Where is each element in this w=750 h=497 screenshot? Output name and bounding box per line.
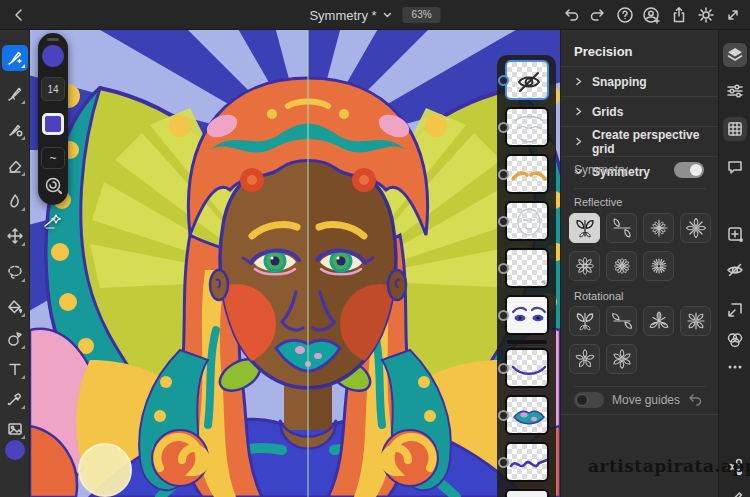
reflective-label: Reflective — [574, 196, 622, 208]
layer-select-badge[interactable] — [498, 122, 509, 133]
reflective-vertical-butterfly-button[interactable] — [569, 213, 600, 243]
layer-properties-button[interactable] — [723, 79, 747, 103]
reflective-mandala-8-button[interactable] — [569, 251, 600, 281]
top-bar: Symmetry * 63% — [0, 0, 750, 30]
canvas-artwork — [30, 30, 560, 497]
comments-button[interactable] — [723, 155, 747, 179]
toolbar-color-well[interactable] — [5, 440, 25, 460]
rotational-2-leaf-button[interactable] — [606, 306, 637, 336]
tool-live-brush[interactable] — [2, 117, 28, 143]
transform-layer-button[interactable] — [723, 298, 747, 322]
layer-thumbnail-3[interactable] — [505, 154, 549, 194]
tool-fill[interactable] — [2, 294, 28, 320]
tool-vector-brush[interactable] — [2, 45, 28, 71]
layer-thumbnail-6[interactable] — [505, 295, 549, 335]
back-button[interactable] — [8, 4, 30, 26]
taskbar — [718, 30, 750, 497]
rotational-4-button[interactable] — [680, 306, 711, 336]
reflective-quad-mirror-button[interactable] — [643, 213, 674, 243]
reflective-mandala-16-button[interactable] — [643, 251, 674, 281]
brush-options-panel[interactable]: 14 ~ — [38, 33, 68, 205]
panel-drag-handle[interactable] — [47, 38, 59, 41]
brush-size-value[interactable]: 14 — [41, 77, 65, 101]
layer-thumbnail-8[interactable] — [505, 395, 549, 435]
tool-pixel-brush[interactable] — [2, 81, 28, 107]
move-into-frame-icon — [725, 300, 745, 320]
smoothing-button[interactable]: ~ — [41, 147, 65, 169]
more-dots-icon — [725, 357, 745, 377]
chevron-right-icon — [574, 107, 583, 116]
resize-diagonal-icon — [724, 6, 742, 24]
section-grids[interactable]: Grids — [561, 96, 719, 126]
document-title-menu[interactable]: Symmetry * — [309, 8, 392, 23]
layer-thumbnail-10[interactable] — [505, 489, 549, 497]
tool-text[interactable] — [2, 356, 28, 382]
layer-select-badge[interactable] — [498, 363, 509, 374]
layer-select-badge[interactable] — [498, 169, 509, 180]
layer-thumbnail-9[interactable] — [505, 442, 549, 482]
reflective-clover-button[interactable] — [680, 213, 711, 243]
gear-icon — [697, 6, 715, 24]
tool-eraser[interactable] — [2, 153, 28, 179]
brush-color-preview[interactable] — [42, 45, 64, 67]
rotational-label: Rotational — [574, 290, 624, 302]
layer-select-badge[interactable] — [498, 263, 509, 274]
tool-smudge[interactable] — [2, 188, 28, 214]
settings-button[interactable] — [692, 2, 719, 28]
chevron-left-icon — [11, 7, 27, 23]
wand-icon — [42, 210, 64, 230]
precision-panel-button[interactable] — [723, 117, 747, 141]
add-layer-button[interactable] — [723, 222, 747, 246]
layers-panel-button[interactable] — [723, 43, 747, 67]
reflective-mandala-12-button[interactable] — [606, 251, 637, 281]
color-mix-button[interactable] — [723, 328, 747, 352]
layer-select-badge[interactable] — [498, 457, 509, 468]
grid-icon — [725, 119, 745, 139]
adobe-fresco-app: Symmetry * 63% — [0, 0, 750, 497]
rotational-3-button[interactable] — [643, 306, 674, 336]
invite-button[interactable] — [638, 2, 665, 28]
more-options-button[interactable] — [723, 355, 747, 379]
fullscreen-button[interactable] — [719, 2, 746, 28]
layer-thumbnail-1[interactable] — [505, 60, 549, 100]
tool-bar — [0, 30, 30, 497]
symmetry-toggle[interactable] — [674, 162, 704, 178]
rotational-2-butterfly-button[interactable] — [569, 306, 600, 336]
taper-settings-button[interactable] — [42, 210, 64, 230]
layer-thumbnail-2[interactable] — [505, 107, 549, 147]
document-title: Symmetry * — [309, 8, 376, 23]
layer-select-badge[interactable] — [498, 75, 509, 86]
tool-lasso[interactable] — [2, 259, 28, 285]
redo-button[interactable] — [584, 2, 611, 28]
tool-place-image[interactable] — [2, 416, 28, 442]
layer-thumbnail-7[interactable] — [505, 348, 549, 388]
section-snapping[interactable]: Snapping — [561, 66, 719, 96]
layer-select-badge[interactable] — [498, 310, 509, 321]
layer-thumbnail-5[interactable] — [505, 248, 549, 288]
tool-eyedropper[interactable] — [2, 386, 28, 412]
drawing-canvas[interactable] — [30, 30, 560, 497]
color-swatch[interactable] — [42, 113, 64, 135]
redo-icon — [589, 6, 607, 24]
move-guides-label: Move guides — [612, 393, 680, 407]
tool-move[interactable] — [2, 223, 28, 249]
streamline-button[interactable] — [43, 175, 63, 195]
layer-select-badge[interactable] — [498, 216, 509, 227]
share-button[interactable] — [665, 2, 692, 28]
tool-shape[interactable] — [2, 326, 28, 352]
hide-layer-button[interactable] — [723, 258, 747, 282]
pencil-button[interactable] — [723, 485, 747, 497]
layer-thumbnail-4[interactable] — [505, 201, 549, 241]
reflective-two-axis-button[interactable] — [606, 213, 637, 243]
help-button[interactable] — [611, 2, 638, 28]
zoom-level-badge[interactable]: 63% — [403, 7, 441, 23]
move-guides-toggle[interactable] — [574, 392, 604, 408]
rotational-6-button[interactable] — [606, 344, 637, 374]
section-perspective-grid[interactable]: Create perspective grid — [561, 126, 719, 156]
brush-cursor — [79, 444, 131, 496]
reset-guides-button[interactable] — [686, 390, 704, 412]
sliders-icon — [725, 81, 745, 101]
layer-select-badge[interactable] — [498, 410, 509, 421]
undo-button[interactable] — [557, 2, 584, 28]
rotational-5-button[interactable] — [569, 344, 600, 374]
